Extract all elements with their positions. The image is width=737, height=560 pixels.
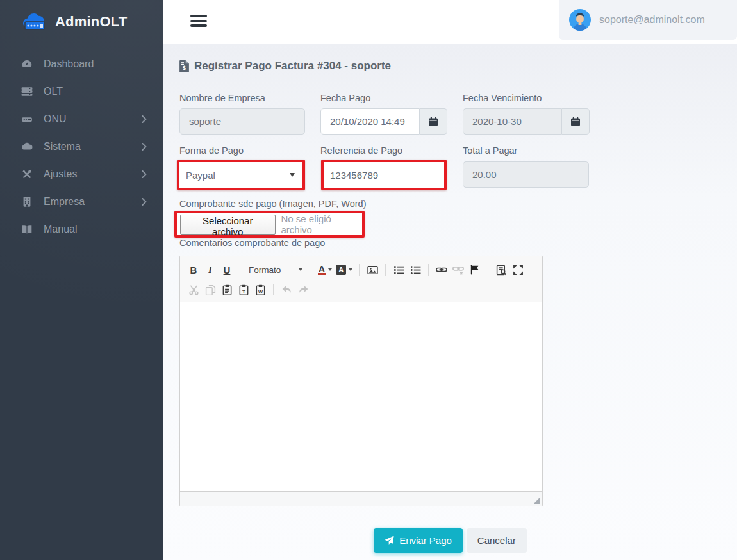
server-icon [20,86,34,97]
chevron-right-icon [142,143,147,151]
fecha-vencimiento-label: Fecha Vencimiento [463,93,542,103]
device-icon [20,113,34,125]
fecha-vencimiento-group [463,108,590,135]
tools-icon [20,169,34,180]
page-title-text: Registrar Pago Factura #304 - soporte [194,60,391,72]
rich-text-editor: B I U Formato A A [179,256,543,506]
invoice-dollar-icon: $ [179,60,189,72]
editor-content[interactable] [180,302,542,491]
anchor-flag-button[interactable] [467,261,483,278]
text-color-button[interactable]: A [316,261,334,278]
bold-button[interactable]: B [185,261,202,278]
sidebar-item-onu[interactable]: ONU [0,105,163,133]
ordered-list-button[interactable] [390,261,407,278]
sidebar-item-label: ONU [44,113,142,125]
file-status-text: No se eligió archivo [281,213,363,235]
brand-name: AdminOLT [55,13,127,30]
building-icon [20,196,34,208]
file-select-button[interactable]: Seleccionar archivo [180,215,276,235]
fecha-pago-input[interactable] [320,108,420,135]
referencia-label: Referencia de Pago [320,145,402,156]
fecha-vencimiento-calendar-button[interactable] [562,108,590,135]
comprobante-label: Comprobante sde pago (Imagen, PDF, Word) [179,199,367,209]
chevron-right-icon [142,115,147,123]
editor-bottom-bar [180,491,542,506]
fecha-pago-calendar-button[interactable] [420,108,447,135]
paper-plane-icon [385,536,394,545]
copy-button[interactable] [202,281,219,298]
page-title: $ Registrar Pago Factura #304 - soporte [179,60,391,72]
fecha-pago-label: Fecha Pago [320,93,370,103]
submit-payment-button[interactable]: Enviar Pago [374,528,463,553]
format-dropdown[interactable]: Formato [245,265,306,275]
sidebar-item-dashboard[interactable]: Dashboard [0,50,163,78]
italic-button[interactable]: I [202,261,219,278]
sidebar-item-olt[interactable]: OLT [0,78,163,105]
unlink-button[interactable] [450,261,467,278]
form-actions: Enviar Pago Cancelar [163,528,737,553]
forma-pago-label: Forma de Pago [179,145,244,156]
menu-toggle-button[interactable] [190,15,207,27]
forma-pago-highlight: Paypal [177,160,305,190]
bullet-list-button[interactable] [407,261,424,278]
sidebar-item-label: Dashboard [44,58,147,70]
user-email: soporte@adminolt.com [599,14,705,26]
sidebar-item-sistema[interactable]: Sistema [0,133,163,160]
total-input [463,161,589,188]
paste-button[interactable] [219,281,235,298]
preview-button[interactable] [493,261,509,278]
maximize-button[interactable] [509,261,526,278]
gauge-icon [20,58,34,70]
book-icon [20,224,34,235]
fecha-pago-group [320,108,447,135]
paste-word-button[interactable]: W [252,281,269,298]
user-avatar [569,9,591,31]
resize-handle-icon[interactable] [534,497,540,504]
forma-pago-select[interactable]: Paypal [179,162,302,188]
chevron-right-icon [142,198,147,206]
sidebar-item-empresa[interactable]: Empresa [0,188,163,215]
referencia-input[interactable] [324,162,444,188]
empresa-label: Nombre de Empresa [179,93,265,103]
format-dropdown-label: Formato [249,265,281,275]
user-menu[interactable]: soporte@adminolt.com [559,0,737,40]
footer-divider [179,513,724,513]
sidebar-item-label: Sistema [44,141,142,152]
calendar-icon [429,117,438,126]
link-button[interactable] [433,261,450,278]
comentarios-label: Comentarios comprobante de pago [179,238,325,248]
brand[interactable]: AdminOLT [0,0,163,42]
paste-text-button[interactable]: T [235,281,252,298]
cancel-button[interactable]: Cancelar [467,528,527,553]
sidebar-item-ajustes[interactable]: Ajustes [0,160,163,188]
submit-payment-label: Enviar Pago [399,535,452,546]
background-color-button[interactable]: A [334,261,354,278]
redo-button[interactable] [295,281,311,298]
topbar: soporte@adminolt.com [163,0,737,44]
calendar-icon [571,117,580,126]
forma-pago-selected-value: Paypal [186,170,215,181]
fecha-vencimiento-input [463,108,562,135]
editor-toolbar: B I U Formato A A [180,256,542,302]
sidebar-item-label: Manual [44,224,147,235]
adminolt-logo-icon [19,11,49,33]
sidebar-item-label: Ajustes [44,169,142,180]
insert-image-button[interactable] [364,261,381,278]
empresa-input [179,108,305,135]
cut-button[interactable] [185,281,202,298]
main-content: $ Registrar Pago Factura #304 - soporte … [163,44,737,560]
underline-button[interactable]: U [219,261,235,278]
svg-text:W: W [258,288,262,294]
sidebar-item-label: OLT [44,86,147,97]
cloud-icon [20,141,34,152]
dropdown-caret-icon [299,268,302,271]
sidebar-item-manual[interactable]: Manual [0,215,163,243]
sidebar-nav: Dashboard OLT ONU Sistema Ajus [0,42,163,243]
svg-text:$: $ [183,64,186,71]
referencia-highlight [321,160,447,190]
undo-button[interactable] [278,281,295,298]
sidebar-item-label: Empresa [44,196,142,208]
sidebar: AdminOLT Dashboard OLT ONU Sistema [0,0,163,560]
select-caret-icon [290,173,295,177]
svg-text:T: T [242,288,245,294]
